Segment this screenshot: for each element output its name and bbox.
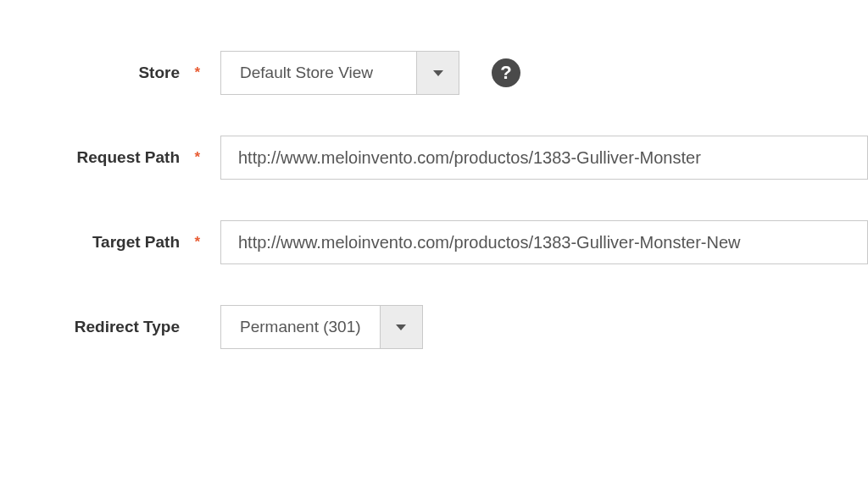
required-indicator: * [186, 234, 203, 251]
request-path-label: Request Path [0, 148, 186, 167]
redirect-type-label: Redirect Type [0, 318, 186, 336]
store-select-toggle[interactable] [416, 52, 459, 94]
chevron-down-icon [396, 324, 406, 330]
store-field: Default Store View ? [203, 51, 868, 95]
redirect-type-field: Permanent (301) [203, 305, 868, 349]
target-path-row: Target Path * [0, 220, 868, 264]
redirect-type-select[interactable]: Permanent (301) [220, 305, 423, 349]
store-label: Store [0, 64, 186, 82]
target-path-field [203, 220, 868, 264]
required-spacer [186, 319, 203, 336]
redirect-type-row: Redirect Type Permanent (301) [0, 305, 868, 349]
chevron-down-icon [433, 70, 443, 76]
store-select-value: Default Store View [221, 52, 416, 94]
request-path-row: Request Path * [0, 136, 868, 180]
help-icon[interactable]: ? [492, 58, 520, 87]
target-path-input[interactable] [220, 220, 868, 264]
redirect-type-value: Permanent (301) [221, 306, 380, 348]
required-indicator: * [186, 64, 203, 81]
store-row: Store * Default Store View ? [0, 51, 868, 95]
request-path-field [203, 136, 868, 180]
required-indicator: * [186, 149, 203, 166]
target-path-label: Target Path [0, 233, 186, 252]
store-select[interactable]: Default Store View [220, 51, 459, 95]
redirect-type-toggle[interactable] [380, 306, 422, 348]
request-path-input[interactable] [220, 136, 868, 180]
